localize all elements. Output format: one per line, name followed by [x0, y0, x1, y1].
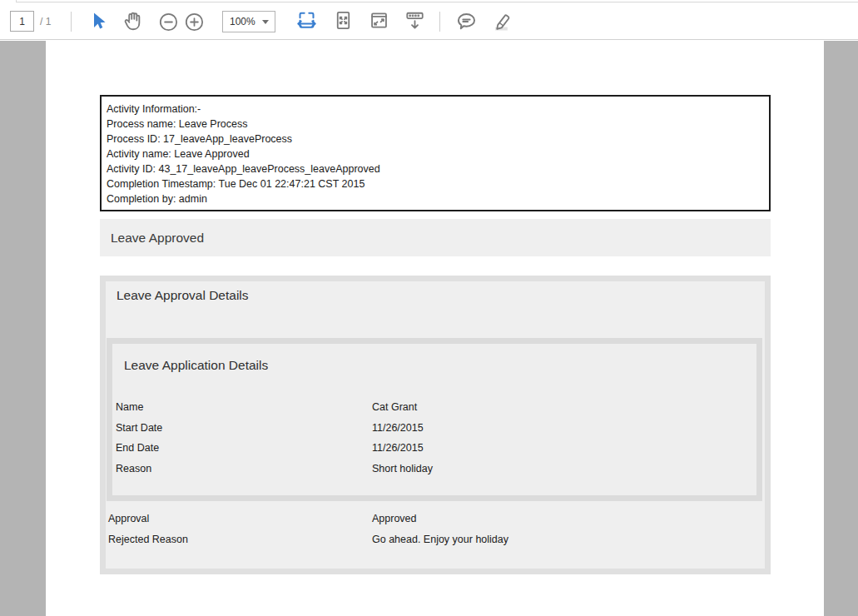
field-value-rejected-reason: Go ahead. Enjoy your holiday: [372, 533, 508, 547]
actual-size-button[interactable]: [367, 8, 390, 32]
activity-information-box: Activity Information:- Process name: Lea…: [100, 95, 771, 211]
field-label-name: Name: [116, 400, 143, 415]
actual-size-icon: [368, 9, 390, 32]
field-label-approval: Approval: [108, 512, 149, 526]
cursor-icon: [88, 11, 108, 31]
toolbar-top-border-stub: [16, 0, 17, 2]
field-label-reason: Reason: [116, 462, 151, 476]
toolbar-top-border: [16, 2, 858, 2]
leave-approval-details-title: Leave Approval Details: [117, 288, 249, 303]
pdf-page: Activity Information:- Process name: Lea…: [46, 41, 824, 616]
pdf-toolbar: / 1: [0, 0, 858, 40]
activity-info-line: Completion by: admin: [107, 191, 764, 206]
toolbar-separator: [71, 12, 72, 32]
field-value-name: Cat Grant: [372, 400, 417, 415]
field-label-start-date: Start Date: [116, 421, 162, 435]
pdf-viewer-window: / 1: [0, 0, 858, 616]
hide-toolbar-icon: [404, 9, 426, 32]
comment-icon: [455, 10, 478, 32]
activity-info-line: Activity ID: 43_17_leaveApp_leaveProcess…: [107, 161, 764, 176]
field-value-approval: Approved: [372, 512, 417, 526]
fit-page-icon: [332, 9, 355, 32]
zoom-level-value: 100%: [223, 16, 262, 27]
fit-width-button[interactable]: [295, 8, 318, 32]
field-value-end-date: 11/26/2015: [372, 441, 424, 455]
highlight-button[interactable]: [489, 9, 513, 32]
activity-info-line: Activity Information:-: [107, 102, 764, 117]
zoom-out-button[interactable]: [156, 10, 180, 33]
hide-toolbar-button[interactable]: [403, 8, 426, 32]
zoom-out-icon: [158, 12, 179, 32]
zoom-in-icon: [184, 12, 205, 32]
zoom-dropdown-caret-icon: [262, 20, 269, 24]
page-number-input[interactable]: [10, 11, 34, 32]
activity-title-bar: Leave Approved: [100, 219, 771, 256]
zoom-in-button[interactable]: [182, 10, 206, 33]
toolbar-separator: [439, 12, 440, 32]
zoom-level-dropdown[interactable]: 100%: [222, 11, 275, 32]
activity-title: Leave Approved: [100, 231, 204, 246]
fit-page-button[interactable]: [331, 8, 355, 32]
field-label-end-date: End Date: [116, 441, 159, 455]
field-label-rejected-reason: Rejected Reason: [108, 533, 188, 547]
hand-tool-button[interactable]: [122, 9, 145, 32]
field-value-start-date: 11/26/2015: [372, 421, 424, 435]
leave-application-details-title: Leave Application Details: [124, 358, 268, 373]
field-value-reason: Short holiday: [372, 462, 433, 476]
activity-info-line: Completion Timestamp: Tue Dec 01 22:47:2…: [107, 176, 764, 191]
activity-info-line: Process ID: 17_leaveApp_leaveProcess: [107, 132, 764, 147]
activity-info-line: Process name: Leave Process: [107, 117, 764, 132]
document-viewer-area[interactable]: Activity Information:- Process name: Lea…: [0, 41, 858, 616]
hand-tool-icon: [122, 10, 144, 32]
highlighter-icon: [490, 10, 513, 32]
comment-button[interactable]: [454, 9, 478, 32]
page-count-label: / 1: [40, 16, 51, 27]
fit-width-icon: [295, 9, 318, 32]
select-tool-button[interactable]: [87, 9, 110, 32]
activity-info-line: Activity name: Leave Approved: [107, 147, 764, 161]
